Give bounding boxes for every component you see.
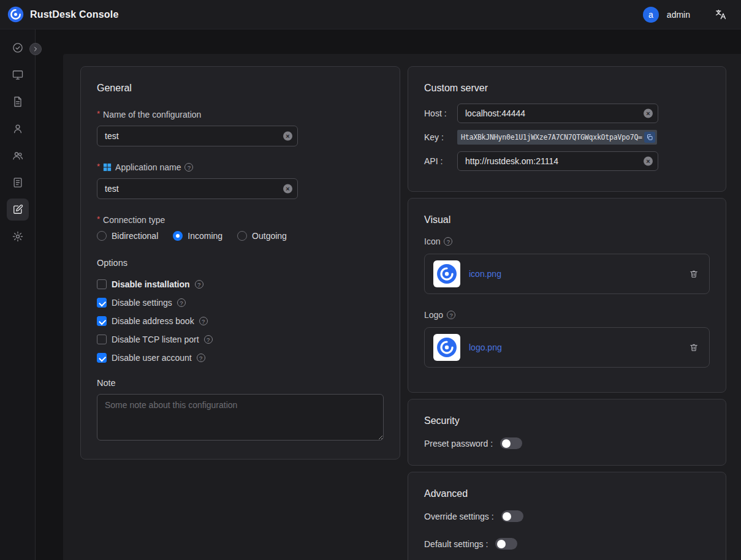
logo-label-text: Logo xyxy=(424,310,443,320)
clear-icon[interactable]: × xyxy=(644,157,653,166)
custom-server-card: Custom server Host : × Key : HtaXBkJNHyn… xyxy=(408,66,726,192)
radio-control[interactable] xyxy=(97,231,107,241)
help-icon[interactable]: ? xyxy=(184,163,193,172)
override-settings-toggle[interactable] xyxy=(501,510,523,522)
sidebar-item-user[interactable] xyxy=(7,118,29,140)
sidebar-item-status[interactable] xyxy=(7,37,29,59)
edit-icon xyxy=(12,203,24,216)
sidebar-item-custom-clients[interactable] xyxy=(7,199,29,221)
radio-bidirectional[interactable]: Bidirectional xyxy=(97,231,158,241)
key-value-chip: HtaXBkJNHyn0e1U1jWXze7A7CN7QTGWqxkOtpaVp… xyxy=(457,130,657,145)
radio-incoming[interactable]: Incoming xyxy=(173,231,222,241)
sidebar-item-logs[interactable] xyxy=(7,172,29,194)
help-icon[interactable]: ? xyxy=(199,317,208,325)
checkbox-control[interactable] xyxy=(97,335,107,344)
icon-upload-label: Icon ? xyxy=(424,236,710,246)
windows-icon xyxy=(103,163,112,172)
checkbox-disable-settings[interactable]: Disable settings ? xyxy=(97,296,384,309)
note-label: Note xyxy=(97,378,384,388)
radio-control[interactable] xyxy=(237,231,247,241)
preset-password-label: Preset password : xyxy=(424,439,493,448)
host-input[interactable] xyxy=(457,104,658,123)
avatar[interactable]: a xyxy=(643,7,659,23)
note-textarea[interactable] xyxy=(97,394,384,441)
connection-type-radio-group: Bidirectional Incoming Outgoing xyxy=(97,231,384,241)
sidebar-expand-button[interactable] xyxy=(29,43,42,55)
options-label: Options xyxy=(97,258,384,268)
main-panel: General * Name of the configuration × * … xyxy=(63,54,741,560)
app-name-input-wrap: × xyxy=(97,178,298,199)
checkbox-disable-tcp-listen-port[interactable]: Disable TCP listen port ? xyxy=(97,333,384,346)
help-icon[interactable]: ? xyxy=(444,237,452,246)
clear-icon[interactable]: × xyxy=(644,109,653,118)
icon-file-link[interactable]: icon.png xyxy=(469,269,501,279)
checkbox-control[interactable] xyxy=(97,279,107,289)
checkbox-disable-address-book[interactable]: Disable address book ? xyxy=(97,314,384,328)
sidebar-item-groups[interactable] xyxy=(7,145,29,167)
clear-icon[interactable]: × xyxy=(283,184,292,194)
log-icon xyxy=(12,176,24,189)
checkbox-control[interactable] xyxy=(97,353,107,363)
delete-icon[interactable] xyxy=(687,341,701,354)
help-icon[interactable]: ? xyxy=(204,335,213,344)
checkbox-control[interactable] xyxy=(97,298,107,308)
app-name-field-label: * Application name ? xyxy=(97,162,384,172)
logo-preview xyxy=(433,334,460,361)
host-input-wrap: × xyxy=(457,104,658,123)
general-title: General xyxy=(97,83,384,94)
connection-type-label: * Connection type xyxy=(97,215,384,225)
name-label-text: Name of the configuration xyxy=(103,110,201,119)
icon-file-box: icon.png xyxy=(424,254,710,294)
users-icon xyxy=(12,149,24,162)
circle-check-icon xyxy=(12,42,24,54)
logo-file-link[interactable]: logo.png xyxy=(469,342,502,352)
help-icon[interactable]: ? xyxy=(197,354,205,362)
right-column: Custom server Host : × Key : HtaXBkJNHyn… xyxy=(408,66,726,560)
user-icon xyxy=(12,123,24,135)
name-input-wrap: × xyxy=(97,126,298,146)
custom-server-title: Custom server xyxy=(424,83,710,94)
checkbox-disable-installation[interactable]: Disable installation ? xyxy=(97,278,384,291)
advanced-title: Advanced xyxy=(424,488,710,499)
name-field-label: * Name of the configuration xyxy=(97,110,384,119)
file-icon xyxy=(12,96,24,108)
override-settings-row: Override settings : xyxy=(424,510,710,522)
help-icon[interactable]: ? xyxy=(195,280,203,289)
api-input[interactable] xyxy=(457,151,658,171)
api-row: API : × xyxy=(424,151,710,171)
checkbox-label: Disable address book xyxy=(112,316,194,326)
host-row: Host : × xyxy=(424,104,710,123)
required-mark: * xyxy=(97,214,100,224)
help-icon[interactable]: ? xyxy=(447,311,455,319)
advanced-card: Advanced Override settings : Default set… xyxy=(408,472,726,560)
sidebar-item-documents[interactable] xyxy=(7,91,29,113)
general-card: General * Name of the configuration × * … xyxy=(80,66,400,460)
required-mark: * xyxy=(97,162,100,171)
radio-control[interactable] xyxy=(173,231,183,241)
preset-password-toggle[interactable] xyxy=(500,437,522,449)
user-menu[interactable]: admin xyxy=(667,10,690,20)
checkbox-disable-user-account[interactable]: Disable user account ? xyxy=(97,351,384,365)
header-right: a admin xyxy=(643,7,728,23)
delete-icon[interactable] xyxy=(687,267,701,281)
key-row: Key : HtaXBkJNHyn0e1U1jWXze7A7CN7QTGWqxk… xyxy=(424,127,710,147)
checkbox-label: Disable user account xyxy=(112,353,192,363)
brand: RustDesk Console xyxy=(7,6,119,23)
default-settings-label: Default settings : xyxy=(424,539,488,549)
host-label: Host : xyxy=(424,108,457,118)
translate-icon[interactable] xyxy=(713,7,728,22)
icon-preview xyxy=(433,260,460,287)
default-settings-toggle[interactable] xyxy=(495,538,517,550)
sidebar-item-settings[interactable] xyxy=(7,225,29,248)
radio-label: Bidirectional xyxy=(112,231,158,241)
help-icon[interactable]: ? xyxy=(177,298,186,307)
checkbox-control[interactable] xyxy=(97,316,107,326)
app-name-input[interactable] xyxy=(97,178,298,199)
radio-outgoing[interactable]: Outgoing xyxy=(237,231,287,241)
sidebar-item-devices[interactable] xyxy=(7,64,29,86)
app-name-label-text: Application name xyxy=(115,162,181,172)
clear-icon[interactable]: × xyxy=(283,132,292,141)
copy-icon[interactable] xyxy=(644,132,655,143)
checkbox-label: Disable settings xyxy=(112,298,172,308)
name-input[interactable] xyxy=(97,126,298,146)
